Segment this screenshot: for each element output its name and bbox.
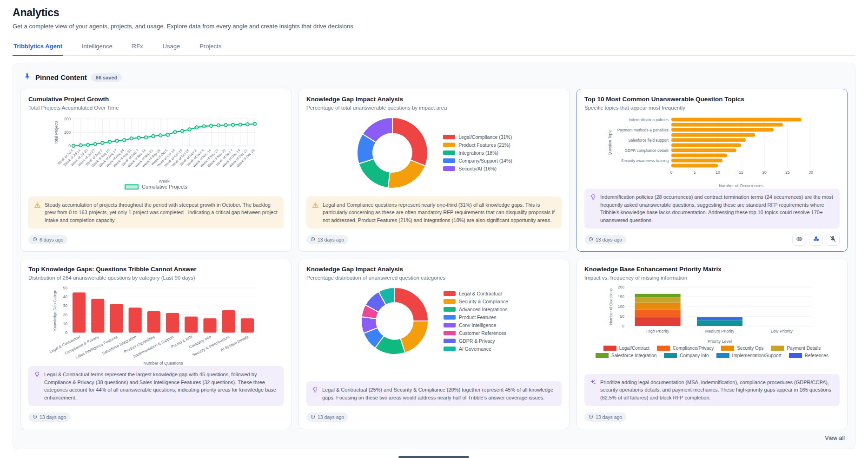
- card-subtitle: Total Projects Accumulated Over Time: [28, 105, 284, 111]
- tab-tribblytics-agent[interactable]: Tribblytics Agent: [13, 39, 63, 56]
- legend-item: Product Features (21%): [443, 142, 512, 148]
- legend-label: Legal/Compliance (31%): [458, 134, 512, 140]
- pinned-card[interactable]: Knowledge Gap Impact AnalysisPercentage …: [298, 89, 570, 252]
- insight-box: Legal & Contractual (25%) and Security &…: [306, 381, 562, 406]
- horizontal-scrollbar-thumb[interactable]: [398, 456, 469, 458]
- svg-text:Low Priority: Low Priority: [770, 329, 793, 334]
- tab-intelligence[interactable]: Intelligence: [81, 39, 113, 55]
- tab-bar: Tribblytics AgentIntelligenceRFxUsagePro…: [13, 39, 855, 56]
- legend-swatch: [603, 346, 616, 351]
- legend-item: Security/AI (16%): [443, 166, 512, 171]
- card-title: Top 10 Most Common Unanswerable Question…: [584, 96, 840, 103]
- insight-text: Legal and Compliance questions represent…: [323, 201, 556, 224]
- card-subtitle: Impact vs. frequency of missing informat…: [584, 275, 840, 281]
- legend-swatch: [596, 353, 609, 358]
- legend-label: Customer References: [459, 330, 506, 336]
- timestamp-badge: 13 days ago: [306, 412, 348, 422]
- pinned-card[interactable]: Top Knowledge Gaps: Questions Tribble Ca…: [20, 259, 292, 429]
- legend-label: Product Features: [459, 314, 497, 320]
- legend-swatch: [444, 315, 456, 320]
- svg-text:Medium Priority: Medium Priority: [705, 329, 734, 334]
- legend-swatch: [444, 291, 456, 296]
- card-footer: 13 days ago: [584, 234, 840, 246]
- unpin-button[interactable]: [826, 234, 840, 246]
- legend-swatch: [444, 339, 456, 343]
- legend-swatch: [716, 353, 729, 358]
- view-button[interactable]: [792, 234, 806, 246]
- tab-rfx[interactable]: RFx: [131, 39, 144, 55]
- svg-text:Indemnification policies: Indemnification policies: [629, 118, 669, 122]
- svg-text:Number of Questions: Number of Questions: [143, 361, 183, 366]
- legend-label: Conv Intelligence: [459, 322, 497, 328]
- legend-item: Legal/Compliance (31%): [443, 134, 512, 140]
- insight-text: Steady accumulation of projects througho…: [45, 201, 278, 224]
- page-subtitle: Get a complete view of your agents, proj…: [13, 23, 855, 30]
- saved-count-badge: 66 saved: [91, 73, 122, 82]
- clock-icon: [33, 237, 37, 242]
- timestamp-text: 13 days ago: [596, 414, 622, 420]
- legend-label: Implementation/Support: [732, 353, 782, 358]
- tab-usage[interactable]: Usage: [162, 39, 181, 55]
- legend-label: Security & Compliance: [459, 299, 508, 304]
- svg-text:50: 50: [63, 286, 67, 290]
- lightbulb-icon: [312, 386, 318, 401]
- svg-text:Salesforce field support: Salesforce field support: [628, 138, 669, 143]
- legend-item: Product Features: [444, 314, 508, 320]
- card-title: Knowledge Gap Impact Analysis: [306, 266, 562, 273]
- legend-label: Legal & Contractual: [459, 291, 502, 296]
- svg-text:GDPR compliance details: GDPR compliance details: [624, 148, 669, 153]
- view-all-link[interactable]: View all: [825, 435, 845, 441]
- pinned-content-header: Pinned Content 66 saved: [20, 69, 848, 89]
- pinned-cards-grid: Cumulative Project GrowthTotal Projects …: [20, 89, 848, 429]
- insight-text: Prioritize adding legal documentation (M…: [600, 379, 834, 402]
- legend-label: Cumulative Projects: [142, 184, 187, 190]
- timestamp-badge: 13 days ago: [28, 412, 70, 422]
- legend-swatch: [444, 347, 456, 351]
- card-title: Top Knowledge Gaps: Questions Tribble Ca…: [28, 266, 284, 273]
- tab-projects[interactable]: Projects: [199, 39, 222, 55]
- legend-label: Integrations (18%): [458, 150, 498, 156]
- legend-label: Company/Support (14%): [458, 158, 512, 164]
- pinned-card[interactable]: Cumulative Project GrowthTotal Projects …: [20, 89, 292, 252]
- legend-item: AI Governance: [444, 346, 508, 352]
- svg-text:50: 50: [620, 314, 624, 319]
- card-subtitle: Percentage of total unanswerable questio…: [306, 105, 562, 111]
- svg-text:40: 40: [63, 294, 67, 299]
- card-title: Knowledge Base Enhancement Priority Matr…: [584, 266, 840, 273]
- card-footer: 6 days ago: [28, 234, 284, 246]
- panel-footer: View all: [20, 429, 848, 444]
- insights-button[interactable]: [809, 234, 823, 246]
- warning-icon: [312, 201, 319, 224]
- svg-text:High Priority: High Priority: [646, 329, 669, 334]
- svg-text:0: 0: [68, 144, 71, 148]
- legend-label: Company Info: [680, 353, 709, 358]
- card-title: Knowledge Gap Impact Analysis: [306, 96, 562, 103]
- pie-chart: Legal/Compliance (31%)Product Features (…: [306, 114, 562, 195]
- card-actions: [792, 234, 840, 246]
- pinned-card[interactable]: Knowledge Gap Impact AnalysisPercentage …: [298, 259, 570, 429]
- legend-item: Compliance/Privacy: [657, 346, 714, 351]
- insight-box: Indemnification policies (28 occurrences…: [584, 189, 840, 229]
- svg-text:Question Topic: Question Topic: [608, 130, 612, 156]
- legend-swatch: [444, 307, 456, 312]
- pinned-card[interactable]: Top 10 Most Common Unanswerable Question…: [576, 89, 848, 252]
- card-subtitle: Specific topics that appear most frequen…: [584, 105, 840, 111]
- pie-chart: Legal & ContractualSecurity & Compliance…: [306, 284, 562, 361]
- svg-text:Knowledge Gap Catego: Knowledge Gap Catego: [53, 290, 57, 331]
- legend-swatch: [789, 353, 802, 358]
- svg-text:0: 0: [65, 330, 67, 335]
- legend-item: Legal & Contractual: [444, 291, 508, 296]
- svg-text:5: 5: [693, 170, 696, 175]
- page-title: Analytics: [13, 7, 855, 19]
- legend-label: Compliance/Privacy: [673, 346, 714, 351]
- chart-legend: Legal/Compliance (31%)Product Features (…: [443, 134, 512, 171]
- bar-horizontal-chart: 051015202530Indemnification policiesPaym…: [584, 114, 840, 189]
- pinned-content-panel: Pinned Content 66 saved Cumulative Proje…: [13, 63, 855, 449]
- svg-text:10: 10: [716, 170, 720, 175]
- legend-swatch: [657, 346, 670, 351]
- timestamp-badge: 13 days ago: [584, 235, 626, 244]
- svg-text:100: 100: [617, 304, 624, 309]
- pinned-card[interactable]: Knowledge Base Enhancement Priority Matr…: [576, 259, 848, 429]
- bar-stacked-chart: 050100150200High PriorityMedium Priority…: [584, 284, 840, 363]
- clock-icon: [311, 414, 315, 420]
